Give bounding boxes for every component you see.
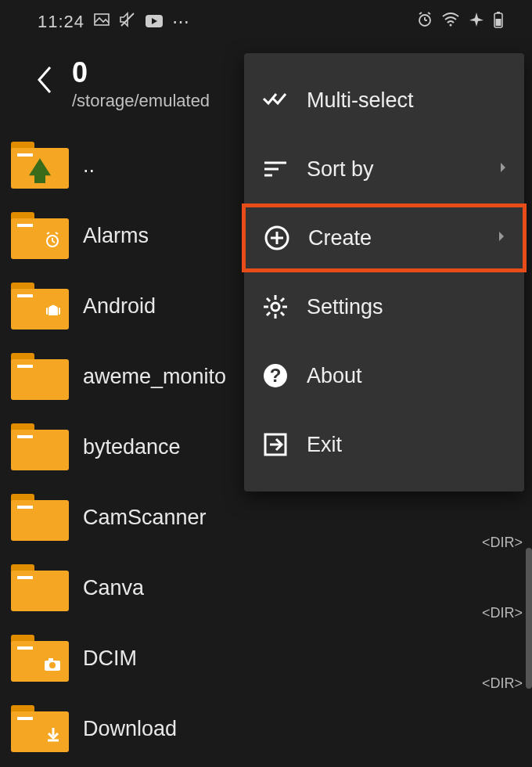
svg-point-36 bbox=[271, 303, 279, 311]
context-menu: Multi-selectSort byCreateSettings?AboutE… bbox=[244, 53, 524, 492]
svg-point-21 bbox=[50, 304, 52, 306]
folder-icon bbox=[11, 353, 69, 400]
file-row[interactable]: DCIM<DIR> bbox=[0, 623, 532, 693]
menu-label: Create bbox=[308, 226, 480, 250]
gear-icon bbox=[261, 293, 289, 321]
svg-point-25 bbox=[49, 662, 56, 668]
svg-line-17 bbox=[56, 232, 58, 234]
file-name: Android bbox=[83, 294, 156, 319]
svg-line-7 bbox=[419, 13, 422, 14]
file-name: CamScanner bbox=[83, 506, 207, 530]
file-name: DCIM bbox=[83, 646, 137, 671]
menu-label: Exit bbox=[307, 433, 507, 457]
plus-circle-icon bbox=[263, 224, 291, 252]
svg-marker-31 bbox=[501, 163, 505, 172]
menu-item-sort-by[interactable]: Sort by bbox=[244, 135, 524, 203]
file-row[interactable]: Canva<DIR> bbox=[0, 553, 532, 623]
page-title: 0 bbox=[72, 56, 210, 89]
svg-text:?: ? bbox=[270, 365, 282, 386]
folder-icon bbox=[11, 212, 69, 259]
sort-icon bbox=[261, 155, 289, 183]
svg-point-9 bbox=[450, 24, 452, 27]
alarm-icon bbox=[416, 11, 433, 33]
wifi-icon bbox=[441, 12, 460, 32]
svg-line-43 bbox=[267, 312, 270, 315]
svg-line-16 bbox=[47, 232, 49, 234]
file-name: aweme_monito bbox=[83, 365, 226, 389]
file-row[interactable]: CamScanner<DIR> bbox=[0, 482, 532, 553]
file-row[interactable]: Download bbox=[0, 693, 532, 764]
more-icon: ⋯ bbox=[172, 12, 191, 32]
svg-line-8 bbox=[428, 13, 430, 14]
menu-label: Multi-select bbox=[307, 88, 507, 113]
menu-item-multi-select[interactable]: Multi-select bbox=[244, 66, 524, 135]
svg-line-15 bbox=[52, 241, 55, 243]
menu-item-about[interactable]: ?About bbox=[244, 341, 524, 410]
menu-label: Sort by bbox=[307, 157, 482, 182]
menu-label: About bbox=[307, 364, 507, 388]
mute-icon bbox=[119, 11, 136, 33]
dir-tag: <DIR> bbox=[482, 535, 523, 551]
svg-point-22 bbox=[55, 304, 56, 306]
airplane-icon bbox=[468, 11, 485, 33]
folder-icon bbox=[11, 423, 69, 470]
battery-icon bbox=[493, 11, 504, 33]
multi-select-icon bbox=[261, 86, 289, 114]
svg-rect-18 bbox=[49, 308, 58, 315]
image-icon bbox=[94, 12, 110, 32]
folder-icon bbox=[11, 494, 69, 541]
menu-label: Settings bbox=[307, 295, 507, 319]
folder-up-icon bbox=[11, 142, 69, 189]
file-name: bytedance bbox=[83, 435, 181, 459]
file-name: Canva bbox=[83, 576, 144, 600]
svg-rect-12 bbox=[496, 19, 501, 26]
svg-marker-35 bbox=[499, 232, 504, 241]
back-button[interactable] bbox=[34, 64, 53, 103]
svg-line-44 bbox=[281, 298, 284, 301]
file-name: Alarms bbox=[83, 224, 149, 248]
file-name: .. bbox=[83, 153, 95, 178]
question-icon: ? bbox=[261, 362, 289, 390]
breadcrumb-path: /storage/emulated bbox=[72, 91, 210, 111]
youtube-icon bbox=[146, 12, 163, 32]
menu-item-create[interactable]: Create bbox=[242, 203, 527, 272]
menu-item-exit[interactable]: Exit bbox=[244, 410, 524, 479]
svg-line-41 bbox=[267, 298, 270, 301]
dir-tag: <DIR> bbox=[482, 675, 523, 692]
dir-tag: <DIR> bbox=[482, 605, 523, 621]
chevron-right-icon bbox=[499, 161, 507, 178]
status-time: 11:24 bbox=[38, 12, 84, 32]
svg-line-42 bbox=[281, 312, 284, 315]
exit-icon bbox=[261, 430, 289, 459]
folder-icon bbox=[11, 705, 69, 752]
folder-icon bbox=[11, 283, 69, 329]
chevron-right-icon bbox=[498, 230, 505, 247]
file-name: Download bbox=[83, 717, 177, 741]
scrollbar[interactable] bbox=[526, 548, 532, 689]
folder-icon bbox=[11, 564, 69, 611]
menu-item-settings[interactable]: Settings bbox=[244, 272, 524, 341]
status-bar: 11:24 ⋯ bbox=[0, 0, 532, 44]
svg-rect-11 bbox=[497, 12, 500, 13]
svg-rect-24 bbox=[49, 658, 53, 661]
folder-icon bbox=[11, 635, 69, 682]
